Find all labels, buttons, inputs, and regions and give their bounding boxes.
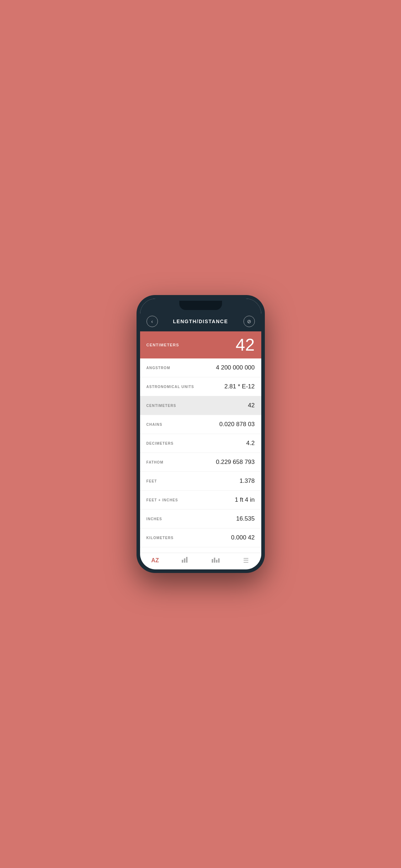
result-label: FEET + INCHES xyxy=(146,498,178,502)
result-row[interactable]: CENTIMETERS42 xyxy=(140,396,261,415)
back-button[interactable]: ‹ xyxy=(146,316,158,327)
result-row[interactable]: FATHOM0.229 658 793 xyxy=(140,453,261,472)
result-row[interactable]: ASTRONOMICAL UNITS2.81 * E-12 xyxy=(140,377,261,396)
svg-rect-4 xyxy=(214,558,215,563)
result-label: DECIMETERS xyxy=(146,441,174,445)
graph-icon xyxy=(212,557,220,564)
nav-item-graph[interactable] xyxy=(201,557,231,564)
result-label: FATHOM xyxy=(146,460,164,464)
result-row[interactable]: FEET + INCHES1 ft 4 in xyxy=(140,491,261,510)
result-value: 16.535 xyxy=(236,515,255,522)
result-value: 4.2 xyxy=(246,440,255,447)
result-row[interactable]: CHAINS0.020 878 03 xyxy=(140,415,261,434)
svg-rect-5 xyxy=(216,560,217,563)
notch-bar xyxy=(140,299,261,311)
header-title: LENGTH/DISTANCE xyxy=(173,319,228,324)
svg-rect-6 xyxy=(218,558,220,563)
result-label: CENTIMETERS xyxy=(146,404,176,408)
result-label: CHAINS xyxy=(146,423,163,427)
bar-chart-icon xyxy=(182,557,189,564)
result-row[interactable]: INCHES16.535 xyxy=(140,510,261,528)
result-row[interactable]: ANGSTROM4 200 000 000 xyxy=(140,358,261,377)
result-row[interactable]: DECIMETERS4.2 xyxy=(140,434,261,453)
info-icon: ⊘ xyxy=(247,319,251,324)
nav-item-bar[interactable] xyxy=(170,557,201,564)
bottom-nav: AZ xyxy=(140,553,261,569)
result-value: 2.81 * E-12 xyxy=(224,383,255,390)
az-icon: AZ xyxy=(151,557,159,564)
app-header: ‹ LENGTH/DISTANCE ⊘ xyxy=(140,311,261,331)
back-icon: ‹ xyxy=(151,319,153,324)
notch xyxy=(179,301,222,310)
result-value: 0.020 878 03 xyxy=(219,421,255,428)
results-list: ANGSTROM4 200 000 000ASTRONOMICAL UNITS2… xyxy=(140,358,261,553)
result-row[interactable]: KILOMETERS0.000 42 xyxy=(140,528,261,547)
info-button[interactable]: ⊘ xyxy=(243,316,255,327)
result-value: 1 ft 4 in xyxy=(235,496,255,503)
input-unit-label: CENTIMETERS xyxy=(146,343,179,347)
svg-rect-0 xyxy=(182,560,183,563)
result-label: FEET xyxy=(146,479,157,483)
nav-item-az[interactable]: AZ xyxy=(140,557,170,564)
svg-rect-2 xyxy=(186,557,187,563)
phone-screen: ‹ LENGTH/DISTANCE ⊘ CENTIMETERS 42 ANGST… xyxy=(140,299,261,569)
menu-icon: ☰ xyxy=(243,557,249,564)
result-label: INCHES xyxy=(146,517,162,521)
input-value: 42 xyxy=(236,336,255,353)
result-value: 4 200 000 000 xyxy=(216,364,255,371)
result-row[interactable]: LEAGUES0.000 086 992 xyxy=(140,547,261,553)
result-value: 0.000 42 xyxy=(231,534,255,541)
svg-rect-1 xyxy=(184,558,185,563)
result-label: KILOMETERS xyxy=(146,536,174,540)
nav-item-menu[interactable]: ☰ xyxy=(231,557,261,564)
phone-frame: ‹ LENGTH/DISTANCE ⊘ CENTIMETERS 42 ANGST… xyxy=(137,295,265,573)
result-row[interactable]: FEET1.378 xyxy=(140,472,261,491)
svg-rect-3 xyxy=(212,559,213,563)
result-value: 1.378 xyxy=(240,477,255,485)
result-label: ANGSTROM xyxy=(146,366,170,370)
result-value: 0.229 658 793 xyxy=(216,459,255,466)
result-value: 42 xyxy=(248,402,255,409)
result-label: ASTRONOMICAL UNITS xyxy=(146,385,194,389)
input-row[interactable]: CENTIMETERS 42 xyxy=(140,331,261,358)
